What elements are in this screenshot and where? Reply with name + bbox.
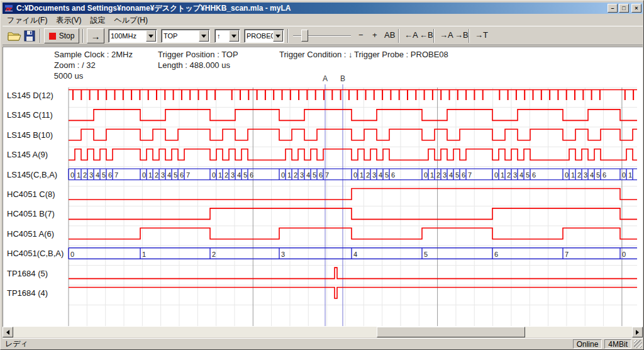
run-arrow-icon: →: [91, 31, 101, 42]
toolbar-separator: [82, 29, 84, 43]
app-window: C:¥Documents and Settings¥noname¥デスクトップ¥…: [0, 0, 644, 350]
status-memory-badge: 4MBit: [604, 339, 631, 349]
triangle-left-icon: [6, 330, 9, 335]
trigger-probe-combo[interactable]: PROBE00: [244, 29, 284, 43]
channel-label-6: HC4051 B(7): [7, 209, 55, 218]
zoom-in-button[interactable]: +: [370, 30, 379, 40]
toolbar-separator: [40, 29, 41, 43]
menu-bar: ファイル(F)表示(V)設定ヘルプ(H): [3, 14, 643, 26]
time-axis-label: 5000 us: [54, 71, 83, 81]
channel-label-0: LS145 D(12): [7, 91, 53, 100]
chevron-down-icon: [148, 35, 153, 38]
channel-label-10: TP1684 (4): [7, 288, 48, 298]
menu-item-3[interactable]: ヘルプ(H): [109, 14, 152, 27]
trigger-position-combo[interactable]: TOP: [161, 29, 210, 43]
channel-label-4: LS145(C,B,A): [7, 170, 57, 179]
run-button[interactable]: →: [87, 28, 104, 43]
maximize-button[interactable]: □: [619, 4, 629, 13]
trigger-position-info: Trigger Position : TOP: [158, 50, 238, 59]
toolbar: Stop → 100MHz TOP ↑ PROBE00 − + AB ←A←B→…: [3, 26, 643, 45]
chevron-down-icon: [275, 35, 280, 38]
close-button[interactable]: ×: [631, 4, 641, 13]
minimize-button[interactable]: –: [608, 4, 618, 13]
sample-clock-combo[interactable]: 100MHz: [108, 29, 157, 43]
toolbar-separator: [287, 29, 289, 43]
cursor-b-label[interactable]: B: [340, 74, 345, 83]
dropdown-button[interactable]: [229, 30, 239, 42]
channel-label-8: HC4051(C,B,A): [7, 249, 64, 258]
stop-button[interactable]: Stop: [44, 28, 79, 43]
menu-item-0[interactable]: ファイル(F): [3, 14, 52, 27]
app-icon: [4, 3, 14, 13]
scrollbar-thumb[interactable]: [377, 327, 525, 337]
channel-label-7: HC4051 A(6): [7, 229, 54, 239]
open-file-icon[interactable]: [8, 30, 21, 42]
channel-label-3: LS145 A(9): [7, 150, 48, 159]
channel-label-5: HC4051 C(8): [7, 189, 55, 199]
cursor-a-label[interactable]: A: [323, 74, 328, 83]
waveform-client-area: [3, 47, 643, 327]
toolbar-separator: [398, 29, 399, 43]
zoom-out-button[interactable]: −: [357, 30, 365, 40]
toolbar-separator: [469, 29, 470, 43]
zoom-ab-button[interactable]: AB: [382, 30, 397, 40]
zoom-info: Zoom : / 32: [54, 60, 96, 70]
status-bar: レディ Online 4MBit: [3, 338, 643, 349]
toolbar-separator: [433, 29, 435, 43]
trigger-condition-info: Trigger Condition : ↓: [279, 50, 353, 59]
channel-label-1: LS145 C(11): [7, 110, 53, 120]
menu-item-2[interactable]: 設定: [86, 14, 109, 27]
menu-item-1[interactable]: 表示(V): [52, 14, 86, 27]
jump-B-button[interactable]: ←B: [418, 30, 435, 40]
jump-B-button[interactable]: →B: [453, 30, 470, 40]
triangle-right-icon: [636, 330, 639, 335]
length-info: Length : 488.000 us: [158, 60, 230, 70]
jump-T-button[interactable]: →T: [473, 30, 490, 40]
status-online-badge: Online: [573, 339, 602, 349]
zoom-slider-handle[interactable]: [301, 30, 308, 42]
stop-icon: [49, 33, 56, 40]
dropdown-button[interactable]: [146, 30, 156, 42]
chevron-down-icon: [201, 35, 206, 38]
channel-label-9: TP1684 (5): [7, 269, 48, 278]
scroll-right-button[interactable]: [632, 327, 643, 337]
dropdown-button[interactable]: [199, 30, 209, 42]
sample-clock-info: Sample Clock : 2MHz: [54, 50, 133, 59]
horizontal-scrollbar[interactable]: [3, 327, 643, 337]
window-title: C:¥Documents and Settings¥noname¥デスクトップ¥…: [16, 3, 608, 14]
channel-label-2: LS145 B(10): [7, 130, 53, 140]
trigger-probe-info: Trigger Probe : PROBE08: [354, 50, 448, 59]
save-file-icon[interactable]: [24, 30, 35, 42]
dropdown-button[interactable]: [273, 30, 283, 42]
resize-grip[interactable]: [634, 340, 642, 348]
chevron-down-icon: [231, 35, 236, 38]
status-ready-text: レディ: [5, 339, 573, 349]
trigger-edge-combo[interactable]: ↑: [214, 29, 240, 43]
title-bar[interactable]: C:¥Documents and Settings¥noname¥デスクトップ¥…: [3, 3, 643, 14]
scroll-left-button[interactable]: [3, 327, 13, 337]
